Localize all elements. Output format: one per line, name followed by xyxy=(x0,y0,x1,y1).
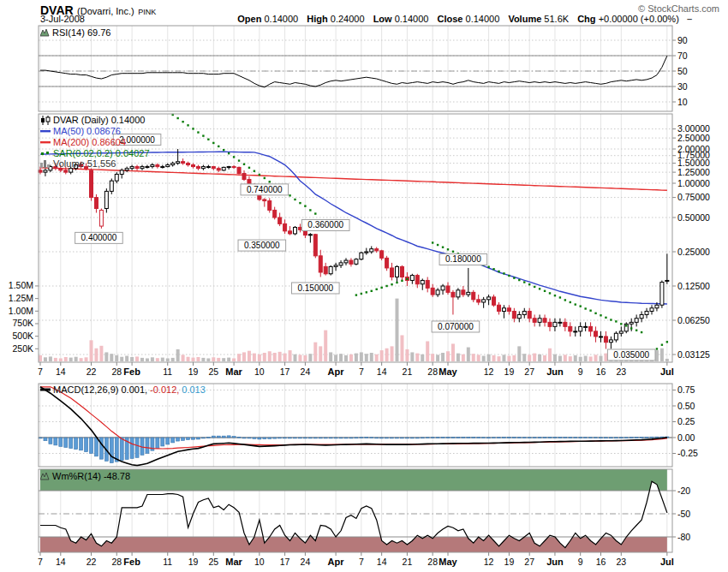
volume-bar xyxy=(222,358,225,361)
macd-histogram-bar xyxy=(130,438,134,458)
macd-histogram-bar xyxy=(59,438,63,446)
low-value: 0.14000 xyxy=(395,14,429,24)
sar-dot xyxy=(294,199,295,200)
volume-bar xyxy=(182,355,185,361)
open-value: 0.14000 xyxy=(264,14,298,24)
candle-body xyxy=(201,167,205,169)
macd-histogram-bar xyxy=(176,438,180,441)
sar-dot xyxy=(228,152,230,154)
volume-bar xyxy=(410,352,414,361)
sar-dot xyxy=(554,295,556,296)
date-tick-label: 28 xyxy=(427,557,438,567)
macd-histogram-bar xyxy=(242,438,246,438)
sar-dot xyxy=(371,290,373,292)
candle-body xyxy=(94,198,98,209)
date-tick-label: 12 xyxy=(484,557,494,567)
candle-body xyxy=(451,292,455,297)
rsi-legend-label: RSI(14) 69.76 xyxy=(52,27,110,38)
stockcharts-chart: DVAR (Dovarri, Inc.) PINK © StockCharts.… xyxy=(0,0,728,572)
sar-dot xyxy=(513,277,515,278)
candle-body xyxy=(467,292,470,295)
macd-histogram-bar xyxy=(380,438,384,438)
macd-signal-line xyxy=(40,387,667,449)
macd-histogram-bar xyxy=(303,438,307,438)
candle-body xyxy=(237,167,241,173)
macd-histogram-bar xyxy=(487,438,491,438)
volume-bar xyxy=(441,353,445,361)
candle-body xyxy=(110,181,113,191)
date-tick-label: 28 xyxy=(427,366,438,377)
macd-signal-value: -0.012, xyxy=(150,384,179,395)
macd-histogram-bar xyxy=(120,438,123,461)
rsi-line xyxy=(40,56,667,87)
candle-body xyxy=(426,280,429,288)
macd-histogram-bar xyxy=(44,438,47,441)
candle-body xyxy=(431,288,434,295)
volume-bar xyxy=(237,354,241,361)
macd-histogram-bar xyxy=(308,438,312,438)
candle-body xyxy=(187,164,190,165)
candle-body xyxy=(482,300,486,302)
volume-bar xyxy=(569,356,572,361)
volume-bar xyxy=(538,355,541,361)
volume-bar xyxy=(579,357,582,361)
sar-dot xyxy=(630,327,632,329)
macd-histogram-bar xyxy=(201,438,205,438)
sar-dot xyxy=(187,124,188,126)
volume-bar xyxy=(298,355,301,361)
volume-bar xyxy=(553,355,557,361)
macd-histogram-bar xyxy=(85,438,88,452)
macd-histogram-bar xyxy=(90,438,93,454)
date-tick-label: 12 xyxy=(484,366,494,377)
volume-bar xyxy=(283,354,287,361)
macd-histogram-bar xyxy=(298,438,301,438)
sar-dot xyxy=(666,341,668,343)
volume-bar xyxy=(436,355,439,361)
volume-bar xyxy=(248,351,251,361)
sar-dot xyxy=(636,330,637,331)
wmr-ytick-label: -20 xyxy=(677,486,690,496)
sar-dot xyxy=(452,251,454,253)
volume-bar xyxy=(49,356,52,361)
sar-dot xyxy=(248,167,250,169)
candle-body xyxy=(227,167,230,168)
macd-histogram-bar xyxy=(49,438,52,444)
volume-bar xyxy=(217,358,220,361)
macd-histogram-bar xyxy=(187,438,190,440)
volume-bar xyxy=(253,354,256,361)
price-ytick-label: 0.12500 xyxy=(677,281,710,291)
macd-histogram-bar xyxy=(594,438,598,438)
macd-histogram-bar xyxy=(289,438,292,438)
candle-body xyxy=(217,169,220,170)
macd-histogram-bar xyxy=(196,438,200,439)
candle-body xyxy=(360,253,363,259)
volume-legend-label: Volume 51,556 xyxy=(53,158,116,169)
macd-histogram-bar xyxy=(263,438,266,439)
copyright: © StockCharts.com xyxy=(638,3,719,14)
candle-body xyxy=(104,191,108,208)
sar-dot xyxy=(406,278,408,280)
volume-bar xyxy=(375,355,379,361)
candle-body xyxy=(176,162,180,164)
candle-body xyxy=(436,290,439,295)
sar-dot xyxy=(269,181,271,182)
volume-bar xyxy=(492,355,496,361)
candle-body xyxy=(99,210,103,226)
sar-dot xyxy=(376,289,378,290)
sar-dot xyxy=(437,244,439,246)
macd-histogram-bar xyxy=(75,438,78,450)
sar-dot xyxy=(447,248,449,250)
macd-histogram-bar xyxy=(227,436,230,438)
volume-bar xyxy=(201,358,205,361)
candle-body xyxy=(375,249,379,251)
indicator-mountain-icon xyxy=(40,472,50,480)
open-label: Open xyxy=(237,14,261,24)
macd-histogram-bar xyxy=(574,438,577,438)
sar-dot xyxy=(432,241,433,243)
collapse-dash-icon[interactable]: – xyxy=(687,14,692,24)
macd-histogram-bar xyxy=(206,438,210,438)
price-ytick-label: 0.50000 xyxy=(677,212,710,223)
volume-label: Volume xyxy=(508,14,541,24)
volume-bar xyxy=(584,356,588,361)
volume-bar xyxy=(380,350,384,361)
